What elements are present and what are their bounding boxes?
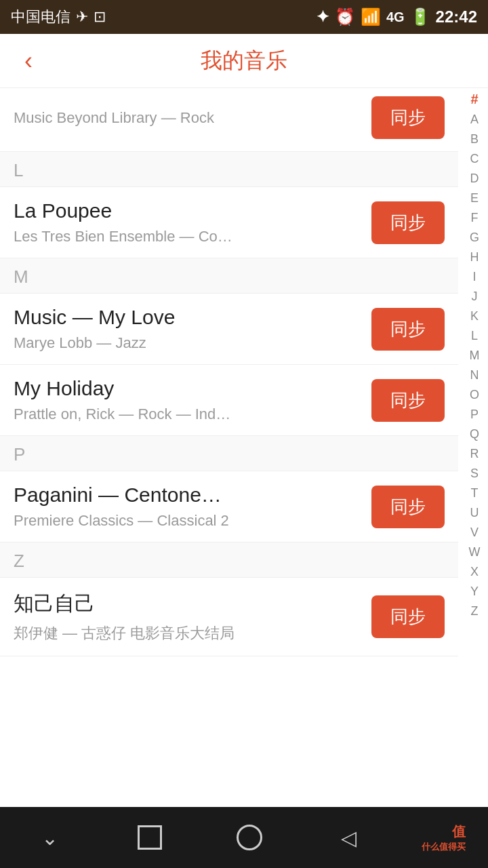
song-info: My HolidayPrattle on, Rick — Rock — Ind… [14,377,361,423]
carrier-label: 中国电信 [11,7,70,27]
status-bar-right: ✦ ⏰ 📶 4G 🔋 22:42 [316,7,477,26]
song-info: La PoupeeLes Tres Bien Ensemble — Co… [14,199,361,245]
logo-sub-text: 什么值得买 [422,841,466,853]
chevron-down-icon: ⌄ [41,826,58,850]
bottom-chevron-button[interactable]: ⌄ [23,817,77,858]
alpha-item-a[interactable]: A [470,110,479,130]
partial-song-subtitle: Music Beyond Library — Rock [14,109,361,127]
nav-bar: ‹ 我的音乐 [0,34,488,88]
alpha-item-q[interactable]: Q [470,425,479,444]
song-subtitle: 郑伊健 — 古惑仔 电影音乐大结局 [14,623,361,644]
square-icon [138,825,162,850]
partial-song-info: Music Beyond Library — Rock [14,109,361,127]
bottom-logo: 值 什么值得买 [422,823,466,853]
section-header-m: M [0,258,458,294]
song-title: My Holiday [14,377,361,400]
song-title: La Poupee [14,199,361,222]
alpha-item-b[interactable]: B [470,130,479,149]
sections-container: LLa PoupeeLes Tres Bien Ensemble — Co…同步… [0,152,458,656]
logo-main-text: 值 [452,823,466,841]
alpha-item-u[interactable]: U [470,503,479,523]
section-header-z: Z [0,542,458,578]
song-item: La PoupeeLes Tres Bien Ensemble — Co…同步 [0,187,458,258]
sync-button[interactable]: 同步 [371,379,445,422]
alpha-item-l[interactable]: L [471,326,478,346]
song-title: Music — My Love [14,306,361,329]
alpha-item-w[interactable]: W [469,542,481,562]
bottom-nav-bar: ⌄ ◁ 值 什么值得买 [0,807,488,868]
partial-sync-button[interactable]: 同步 [371,96,445,139]
flight-icon: ✈ [76,8,88,26]
alphabet-sidebar: #ABCDEFGHIJKLMNOPQRSTUVWXYZ [461,88,488,621]
alpha-item-n[interactable]: N [470,366,479,385]
alpha-item-h[interactable]: H [470,248,479,267]
alpha-item-o[interactable]: O [470,385,479,405]
bottom-back-button[interactable] [222,817,277,858]
song-subtitle: Les Tres Bien Ensemble — Co… [14,228,361,245]
alpha-item-g[interactable]: G [470,228,479,248]
song-item: Paganini — Centone…Premiere Classics — C… [0,471,458,542]
alpha-item-c[interactable]: C [470,149,479,169]
status-bar-left: 中国电信 ✈ ⊡ [11,7,106,27]
back-triangle-icon: ◁ [341,826,357,850]
alpha-item-j[interactable]: J [472,287,478,307]
song-subtitle: Prattle on, Rick — Rock — Ind… [14,406,361,423]
song-info: Paganini — Centone…Premiere Classics — C… [14,484,361,530]
alpha-item-p[interactable]: P [470,405,479,425]
alpha-item-k[interactable]: K [470,307,479,326]
section-header-p: P [0,436,458,471]
alpha-item-d[interactable]: D [470,169,479,189]
alpha-item-e[interactable]: E [470,189,479,208]
sync-button[interactable]: 同步 [371,595,445,638]
song-title: 知己自己 [14,590,361,618]
signal-icon: 4G [386,9,405,25]
bluetooth-icon: ✦ [316,7,329,26]
song-info: Music — My LoveMarye Lobb — Jazz [14,306,361,352]
alpha-item-i[interactable]: I [472,267,476,287]
alpha-item-z[interactable]: Z [471,601,479,621]
song-title: Paganini — Centone… [14,484,361,507]
song-subtitle: Marye Lobb — Jazz [14,334,361,352]
alpha-item-m[interactable]: M [470,346,480,366]
wifi-icon: 📶 [361,7,381,26]
time-label: 22:42 [436,7,477,26]
sync-button[interactable]: 同步 [371,308,445,351]
battery-icon: 🔋 [410,7,430,26]
song-info: 知己自己郑伊健 — 古惑仔 电影音乐大结局 [14,590,361,644]
alpha-item-y[interactable]: Y [470,582,479,601]
bottom-recent-button[interactable]: ◁ [322,817,376,858]
alpha-item-f[interactable]: F [471,208,479,228]
sync-button[interactable]: 同步 [371,486,445,528]
main-content: Music Beyond Library — Rock 同步 LLa Poupe… [0,88,488,656]
alpha-item-v[interactable]: V [470,523,479,542]
section-header-l: L [0,152,458,187]
circle-icon [237,825,262,850]
alpha-item-#[interactable]: # [470,88,478,110]
song-item: 知己自己郑伊健 — 古惑仔 电影音乐大结局同步 [0,578,458,656]
song-item: My HolidayPrattle on, Rick — Rock — Ind…… [0,365,458,436]
song-item: Music — My LoveMarye Lobb — Jazz同步 [0,294,458,365]
song-subtitle: Premiere Classics — Classical 2 [14,512,361,530]
partial-song-item: Music Beyond Library — Rock 同步 [0,88,458,152]
back-button[interactable]: ‹ [14,46,43,76]
back-icon: ‹ [24,47,33,75]
alpha-item-s[interactable]: S [470,464,479,484]
status-bar: 中国电信 ✈ ⊡ ✦ ⏰ 📶 4G 🔋 22:42 [0,0,488,34]
photo-icon: ⊡ [94,8,106,26]
alpha-item-t[interactable]: T [471,484,479,503]
bottom-home-button[interactable] [123,817,177,858]
alpha-item-x[interactable]: X [470,562,479,582]
alarm-icon: ⏰ [335,7,355,26]
page-title: 我的音乐 [43,46,445,76]
sync-button[interactable]: 同步 [371,201,445,244]
alpha-item-r[interactable]: R [470,444,479,464]
